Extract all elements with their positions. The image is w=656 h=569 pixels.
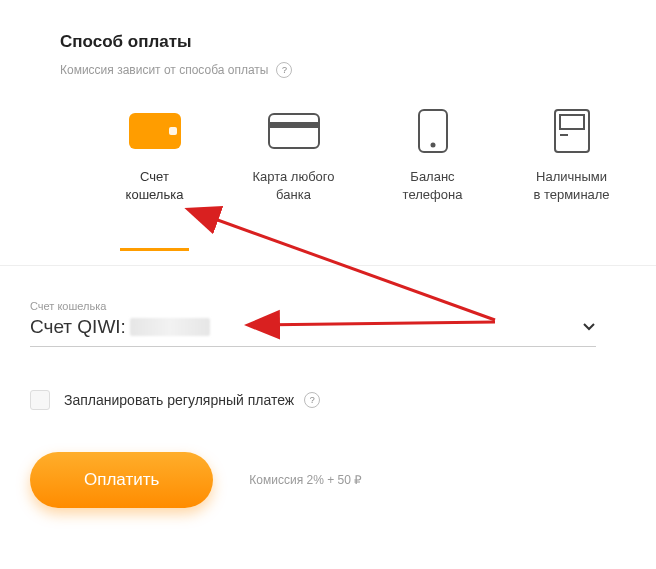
schedule-row: Запланировать регулярный платеж ? — [30, 390, 320, 410]
method-card-label: Карта любогобанка — [252, 168, 334, 203]
commission-note-text: Комиссия зависит от способа оплаты — [60, 63, 268, 77]
method-phone-label: Баланстелефона — [403, 168, 463, 203]
pay-row: Оплатить Комиссия 2% + 50 ₽ — [30, 452, 362, 508]
svg-rect-1 — [169, 127, 177, 135]
wallet-icon — [129, 106, 181, 156]
section-divider — [0, 265, 656, 266]
help-icon[interactable]: ? — [276, 62, 292, 78]
commission-text: Комиссия 2% + 50 ₽ — [249, 473, 362, 487]
method-terminal[interactable]: Наличнымив терминале — [517, 106, 626, 203]
pay-button[interactable]: Оплатить — [30, 452, 213, 508]
card-icon — [268, 106, 320, 156]
account-select[interactable]: Счет QIWI: — [30, 316, 596, 347]
account-label: Счет кошелька — [30, 300, 596, 312]
method-phone[interactable]: Баланстелефона — [378, 106, 487, 203]
svg-rect-7 — [560, 115, 584, 129]
svg-rect-2 — [269, 114, 319, 148]
chevron-down-icon — [582, 320, 596, 334]
help-icon[interactable]: ? — [304, 392, 320, 408]
terminal-icon — [554, 106, 590, 156]
method-card[interactable]: Карта любогобанка — [239, 106, 348, 203]
page-title: Способ оплаты — [60, 32, 626, 52]
method-terminal-label: Наличнымив терминале — [533, 168, 609, 203]
account-value: Счет QIWI: — [30, 316, 210, 338]
account-section: Счет кошелька Счет QIWI: — [30, 300, 596, 347]
svg-rect-3 — [269, 122, 319, 128]
phone-icon — [418, 106, 448, 156]
commission-note: Комиссия зависит от способа оплаты ? — [60, 62, 626, 78]
schedule-checkbox[interactable] — [30, 390, 50, 410]
payment-methods: Счеткошелька Карта любогобанка Баланстел… — [100, 106, 626, 203]
account-number-masked — [130, 318, 210, 336]
method-wallet-label: Счеткошелька — [126, 168, 184, 203]
account-prefix: Счет QIWI: — [30, 316, 126, 338]
method-wallet[interactable]: Счеткошелька — [100, 106, 209, 203]
svg-point-5 — [430, 143, 435, 148]
schedule-label: Запланировать регулярный платеж ? — [64, 392, 320, 408]
